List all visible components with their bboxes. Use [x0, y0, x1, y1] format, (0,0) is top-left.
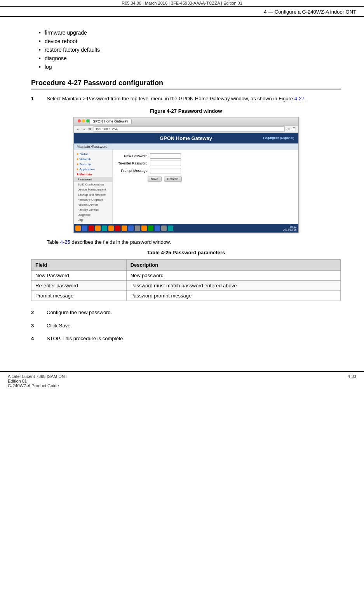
status-star: ★ [76, 152, 79, 156]
prompt-message-row: Prompt Message [117, 168, 294, 173]
screenshot-container: GPON Home Gateway ← → ↻ 192.168.1.254 ☆ … [73, 117, 299, 233]
refresh-browser-icon[interactable]: ↻ [88, 127, 91, 131]
table-cell-description: New password [126, 271, 340, 281]
taskbar-icon-13[interactable] [155, 226, 160, 231]
footer-left: Alcatel-Lucent 7368 ISAM ONT Edition 01 … [8, 374, 67, 388]
step-4: 4 STOP. This procedure is complete. [31, 335, 341, 343]
header-text: R05.04.00 | March 2016 | 3FE-45933-AAAA-… [122, 1, 242, 5]
prompt-message-input[interactable] [150, 168, 181, 173]
address-bar-input[interactable]: 192.168.1.254 [94, 126, 285, 132]
sidebar-status[interactable]: ★Status [74, 152, 112, 157]
taskbar-icon-3[interactable] [89, 226, 94, 231]
bullet-item: device reboot [39, 37, 341, 45]
sidebar-firmware-upgrade[interactable]: Firmware Upgrade [74, 197, 112, 202]
password-params-table: Field Description New PasswordNew passwo… [31, 259, 341, 301]
refresh-button[interactable]: Refresh [164, 177, 182, 182]
bullet-list: firmware upgradedevice rebootrestore fac… [39, 28, 341, 71]
inner-main-form: New Password Re-enter Password Prompt Me… [113, 150, 298, 224]
table-header-field: Field [31, 260, 127, 271]
language-selector[interactable]: English (Español) [268, 136, 294, 140]
step-2-text: Configure the new password. [47, 309, 341, 316]
taskbar-icon-14[interactable] [161, 226, 167, 231]
new-password-input[interactable] [150, 153, 181, 159]
taskbar-icon-9[interactable] [128, 226, 134, 231]
footer-page-num: 4-33 [348, 374, 356, 388]
footer-edition: Edition 01 [8, 379, 67, 383]
inner-taskbar: 15:13 2013/12/18 [74, 224, 298, 233]
sidebar-backup-restore[interactable]: Backup and Restore [74, 192, 112, 197]
bullet-item: log [39, 63, 341, 71]
taskbar-icon-11[interactable] [141, 226, 147, 231]
taskbar-icon-8[interactable] [122, 226, 127, 231]
reenter-password-row: Re-enter Password [117, 161, 294, 166]
clock-time: 15:13 [283, 226, 296, 228]
step-3: 3 Click Save. [31, 322, 341, 330]
figure-link-4-27[interactable]: 4-27 [294, 96, 305, 101]
table-cell-field: New Password [31, 271, 127, 281]
taskbar-icon-15[interactable] [168, 226, 173, 231]
browser-tab[interactable]: GPON Home Gateway [89, 119, 132, 124]
taskbar-icon-1[interactable] [75, 226, 81, 231]
step-2-num: 2 [31, 309, 47, 316]
menu-icon[interactable]: ☰ [293, 127, 296, 131]
taskbar-icon-6[interactable] [108, 226, 114, 231]
application-star: ★ [76, 168, 79, 171]
step-4-num: 4 [31, 335, 47, 343]
sidebar-application[interactable]: ★Application [74, 167, 112, 172]
step-2: 2 Configure the new password. [31, 309, 341, 316]
bullet-item: diagnose [39, 54, 341, 63]
sidebar-reboot-device[interactable]: Reboot Device [74, 202, 112, 207]
forward-icon[interactable]: → [82, 127, 86, 131]
inner-breadcrumb: Maintain>Password [74, 143, 298, 150]
taskbar-icon-5[interactable] [102, 226, 107, 231]
table-row: Re-enter passwordPassword must match pas… [31, 281, 341, 291]
reenter-password-input[interactable] [150, 161, 181, 166]
security-star: ★ [76, 163, 79, 166]
browser-titlebar: GPON Home Gateway [74, 117, 298, 125]
sidebar-factory-default[interactable]: Factory Default [74, 207, 112, 212]
minimize-dot[interactable] [82, 119, 85, 122]
clock-date: 2013/12/18 [283, 228, 296, 231]
sidebar-maintain[interactable]: ★Maintain [74, 172, 112, 177]
taskbar-icon-2[interactable] [82, 226, 87, 231]
inner-body: ★Status ★Network ★Security ★Application … [74, 150, 298, 224]
bullet-item: firmware upgrade [39, 28, 341, 37]
star-icon[interactable]: ☆ [287, 127, 290, 131]
maximize-dot[interactable] [86, 119, 89, 122]
sidebar-slid-config[interactable]: SLID Configuration [74, 182, 112, 187]
table-cell-description: Password must match password entered abo… [126, 281, 340, 291]
sidebar-security[interactable]: ★Security [74, 162, 112, 167]
inner-sidebar: ★Status ★Network ★Security ★Application … [74, 150, 113, 224]
taskbar-icon-12[interactable] [148, 226, 153, 231]
main-content: firmware upgradedevice rebootrestore fac… [0, 17, 364, 356]
close-dot[interactable] [78, 119, 81, 122]
step-1-text: Select Maintain > Password from the top-… [47, 95, 341, 103]
table-row: New PasswordNew password [31, 271, 341, 281]
table-title: Table 4-25 Password parameters [31, 250, 341, 255]
table-link-4-25[interactable]: 4-25 [60, 239, 70, 245]
taskbar-icon-4[interactable] [95, 226, 101, 231]
table-cell-field: Prompt message [31, 291, 127, 301]
network-star: ★ [76, 157, 79, 161]
sidebar-device-mgmt[interactable]: Device Management [74, 187, 112, 192]
chapter-heading-text: 4 — Configure a G-240WZ-A indoor ONT [264, 9, 356, 15]
chapter-heading: 4 — Configure a G-240WZ-A indoor ONT [0, 7, 364, 17]
reenter-password-label: Re-enter Password [117, 161, 148, 165]
inner-header: GPON Home Gateway Logout English (Españo… [74, 133, 298, 143]
sidebar-log[interactable]: Log [74, 217, 112, 222]
table-cell-description: Password prompt message [126, 291, 340, 301]
taskbar-right: 15:13 2013/12/18 [283, 226, 296, 231]
taskbar-icon-10[interactable] [135, 226, 140, 231]
browser-addressbar: ← → ↻ 192.168.1.254 ☆ ☰ [74, 125, 298, 133]
figure-title: Figure 4-27 Password window [31, 108, 341, 114]
procedure-heading: Procedure 4-27 Password configuration [31, 79, 341, 89]
taskbar-icon-7[interactable] [115, 226, 120, 231]
page-footer: Alcatel-Lucent 7368 ISAM ONT Edition 01 … [0, 371, 364, 390]
footer-guide: G-240WZ-A Product Guide [8, 383, 67, 388]
sidebar-password[interactable]: Password [74, 177, 112, 182]
step-4-text: STOP. This procedure is complete. [47, 335, 341, 343]
back-icon[interactable]: ← [77, 127, 80, 131]
sidebar-diagnose[interactable]: Diagnose [74, 212, 112, 217]
save-button[interactable]: Save [148, 177, 162, 182]
sidebar-network[interactable]: ★Network [74, 157, 112, 162]
